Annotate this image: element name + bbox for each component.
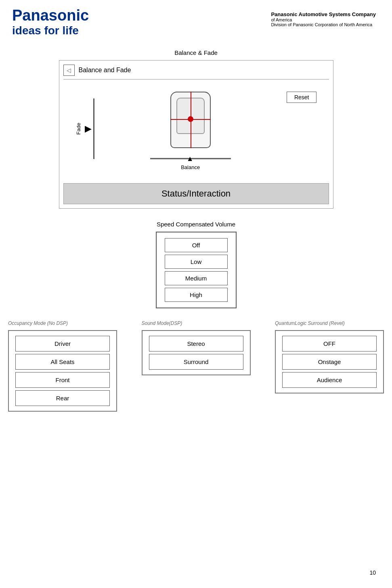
occupancy-col: Occupancy Mode (No DSP) Driver All Seats…: [8, 320, 117, 412]
sound-mode-title: Sound Mode(DSP): [142, 320, 251, 326]
status-bar: Status/Interaction: [63, 183, 329, 204]
reset-area: Reset: [287, 90, 317, 103]
company-info: Panasonic Automotive Systems Company of …: [271, 7, 376, 27]
balance-fade-panel-label: Balance and Fade: [79, 67, 131, 74]
brand-subtitle: ideas for life: [12, 24, 89, 37]
company-sub1: of America: [271, 17, 376, 22]
fade-slider-area: Fade ▶: [75, 98, 94, 159]
occupancy-rear-button[interactable]: Rear: [15, 390, 110, 406]
sound-mode-buttons-box: Stereo Surround: [142, 330, 251, 375]
balance-arrow-icon: ▲: [187, 155, 194, 163]
fade-arrow-icon: ▶: [85, 123, 92, 134]
scv-low-button[interactable]: Low: [165, 255, 228, 269]
quantum-title: QuantumLogic Surround (Revel): [275, 320, 384, 326]
occupancy-allseats-button[interactable]: All Seats: [15, 354, 110, 370]
reset-button[interactable]: Reset: [287, 92, 317, 103]
car-balance-area: ▲ Balance: [150, 88, 231, 170]
balance-fade-panel: ◁ Balance and Fade Fade ▶: [59, 60, 333, 209]
balance-fade-header: ◁ Balance and Fade: [63, 65, 329, 80]
balance-slider-area: ▲ Balance: [150, 155, 231, 170]
page-number: 10: [369, 569, 376, 576]
company-name: Panasonic Automotive Systems Company: [271, 11, 376, 17]
scv-section: Speed Compensated Volume Off Low Medium …: [59, 221, 333, 308]
scv-high-button[interactable]: High: [165, 288, 228, 302]
bottom-section: Occupancy Mode (No DSP) Driver All Seats…: [8, 320, 384, 412]
scv-buttons-box: Off Low Medium High: [156, 232, 237, 308]
occupancy-buttons-box: Driver All Seats Front Rear: [8, 330, 117, 412]
balance-label: Balance: [181, 164, 200, 170]
quantum-audience-button[interactable]: Audience: [282, 372, 377, 388]
scv-off-button[interactable]: Off: [165, 238, 228, 252]
company-sub2: Division of Panasonic Corporation of Nor…: [271, 22, 376, 27]
fade-track[interactable]: [93, 98, 94, 159]
scv-medium-button[interactable]: Medium: [165, 271, 228, 285]
quantum-onstage-button[interactable]: Onstage: [282, 354, 377, 370]
position-dot: [188, 116, 193, 122]
brand-title: Panasonic: [12, 7, 89, 24]
car-diagram: [166, 88, 215, 152]
balance-track-container[interactable]: ▲: [150, 155, 231, 163]
sound-stereo-button[interactable]: Stereo: [149, 336, 243, 352]
balance-fade-title: Balance & Fade: [59, 49, 333, 56]
quantum-off-button[interactable]: OFF: [282, 336, 377, 352]
page-header: Panasonic ideas for life Panasonic Autom…: [0, 0, 392, 37]
fade-label: Fade: [75, 123, 82, 135]
scv-title: Speed Compensated Volume: [59, 221, 333, 228]
brand-block: Panasonic ideas for life: [12, 7, 89, 37]
sound-surround-button[interactable]: Surround: [149, 354, 243, 370]
occupancy-front-button[interactable]: Front: [15, 372, 110, 388]
quantum-buttons-box: OFF Onstage Audience: [275, 330, 384, 393]
back-icon[interactable]: ◁: [63, 65, 75, 76]
sound-mode-col: Sound Mode(DSP) Stereo Surround: [142, 320, 251, 375]
occupancy-driver-button[interactable]: Driver: [15, 336, 110, 352]
quantum-col: QuantumLogic Surround (Revel) OFF Onstag…: [275, 320, 384, 393]
occupancy-title: Occupancy Mode (No DSP): [8, 320, 117, 326]
balance-fade-section: Balance & Fade ◁ Balance and Fade Fade ▶: [59, 49, 333, 209]
